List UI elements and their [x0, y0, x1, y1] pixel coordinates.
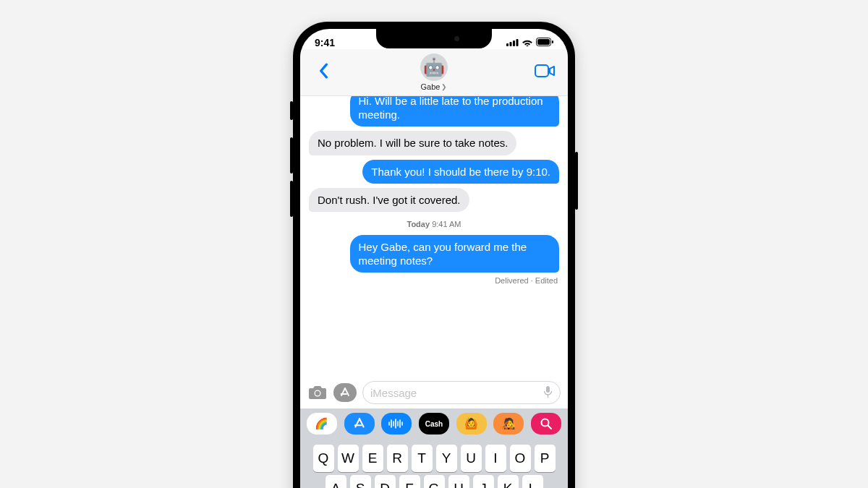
contact-name: Gabe: [421, 82, 441, 91]
status-time: 9:41: [315, 37, 335, 48]
svg-line-26: [548, 426, 552, 429]
svg-rect-5: [537, 39, 550, 45]
key-l[interactable]: L: [522, 475, 543, 488]
phone-frame: 9:41 🤖: [293, 22, 575, 488]
key-q[interactable]: Q: [313, 445, 334, 472]
wifi-icon: [522, 37, 533, 48]
key-a[interactable]: A: [326, 475, 346, 488]
app-appstore[interactable]: [344, 413, 375, 435]
phone-screen: 9:41 🤖: [300, 29, 568, 488]
key-k[interactable]: K: [498, 475, 519, 488]
chevron-right-icon: ❯: [441, 83, 447, 90]
message-bubble[interactable]: Thank you! I should be there by 9:10.: [362, 160, 559, 184]
app-memoji2[interactable]: 🧑‍🎤: [493, 413, 524, 435]
conversation-header: 🤖 Gabe ❯: [300, 49, 568, 96]
key-g[interactable]: G: [424, 475, 445, 488]
message-bubble[interactable]: Hey Gabe, can you forward me the meeting…: [350, 235, 560, 273]
app-memoji1[interactable]: 🙆: [456, 413, 487, 435]
message-bubble[interactable]: Hi. Will be a little late to the product…: [350, 96, 560, 127]
contact-header-button[interactable]: 🤖 Gabe ❯: [420, 53, 448, 91]
back-button[interactable]: [318, 63, 328, 82]
dictate-icon[interactable]: [543, 385, 553, 401]
battery-icon: [536, 37, 553, 48]
message-bubble[interactable]: No problem. I will be sure to take notes…: [309, 131, 516, 155]
keyboard: QWERTYUIOP ASDFGHJKL: [300, 439, 568, 488]
key-t[interactable]: T: [412, 445, 433, 472]
app-search[interactable]: [531, 413, 561, 435]
key-y[interactable]: Y: [436, 445, 457, 472]
svg-rect-1: [510, 42, 512, 46]
input-bar: iMessage: [300, 377, 568, 408]
app-photos[interactable]: 🌈: [307, 413, 337, 435]
svg-rect-6: [552, 40, 553, 43]
key-p[interactable]: P: [535, 445, 556, 472]
app-drawer-button[interactable]: [333, 383, 357, 402]
message-bubble[interactable]: Don't rush. I've got it covered.: [309, 188, 469, 212]
key-w[interactable]: W: [338, 445, 359, 472]
message-input[interactable]: iMessage: [362, 381, 561, 404]
message-placeholder: iMessage: [370, 387, 417, 399]
svg-rect-2: [513, 40, 515, 46]
cellular-icon: [506, 37, 519, 48]
key-f[interactable]: F: [399, 475, 420, 488]
svg-rect-3: [516, 39, 519, 46]
notch: [376, 29, 492, 48]
app-cash[interactable]: Cash: [419, 413, 449, 435]
svg-rect-0: [506, 43, 509, 46]
key-u[interactable]: U: [461, 445, 482, 472]
svg-rect-7: [535, 65, 548, 77]
camera-button[interactable]: [307, 383, 328, 402]
key-h[interactable]: H: [448, 475, 469, 488]
key-r[interactable]: R: [387, 445, 408, 472]
timestamp-label: Today 9:41 AM: [306, 220, 562, 228]
status-indicators: [506, 37, 553, 48]
svg-point-9: [315, 391, 320, 395]
key-e[interactable]: E: [362, 445, 383, 472]
app-strip: 🌈Cash🙆🧑‍🎤: [300, 408, 568, 439]
message-thread[interactable]: Hi. Will be a little late to the product…: [300, 96, 568, 377]
facetime-button[interactable]: [535, 64, 555, 80]
key-s[interactable]: S: [350, 475, 371, 488]
key-j[interactable]: J: [473, 475, 494, 488]
key-d[interactable]: D: [375, 475, 396, 488]
key-o[interactable]: O: [510, 445, 531, 472]
message-status-label: Delivered · Edited: [495, 276, 558, 285]
app-audio[interactable]: [381, 413, 412, 435]
key-i[interactable]: I: [485, 445, 506, 472]
svg-rect-13: [546, 386, 550, 393]
contact-name-line: Gabe ❯: [421, 82, 448, 91]
avatar: 🤖: [420, 53, 448, 81]
